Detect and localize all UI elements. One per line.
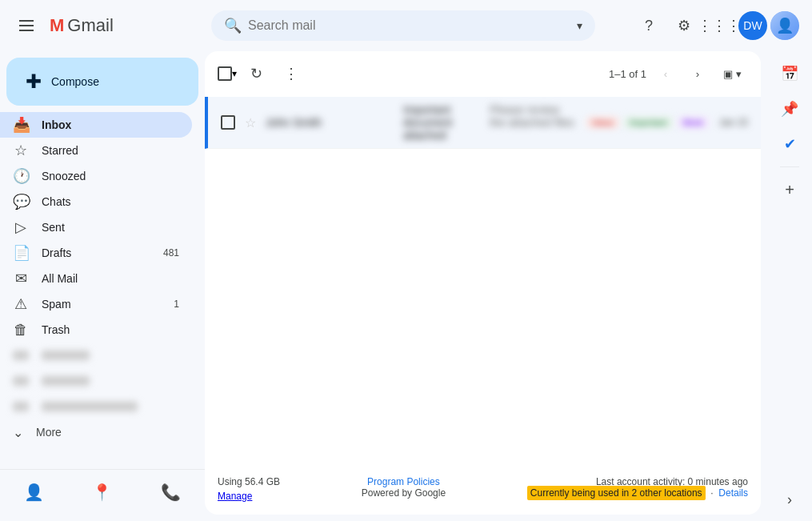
blurred-icon-3 bbox=[13, 402, 29, 411]
add-person-icon[interactable]: 👤 bbox=[18, 476, 50, 508]
email-tags: Inbox Important Work bbox=[586, 116, 710, 129]
view-toggle-arrow: ▾ bbox=[736, 68, 742, 80]
email-time: Jan 15 bbox=[719, 117, 748, 128]
sidebar-item-starred[interactable]: ☆ Starred bbox=[0, 138, 192, 163]
storage-label: Using 56.4 GB bbox=[218, 476, 280, 487]
main-layout: ✚ Compose 📥 Inbox ☆ Starred 🕐 Snoozed 💬 … bbox=[0, 51, 812, 521]
calendar-icon: 📅 bbox=[781, 65, 798, 82]
blurred-label-1 bbox=[42, 351, 90, 360]
snoozed-icon: 🕐 bbox=[13, 167, 29, 185]
right-panel-divider bbox=[780, 166, 799, 167]
sidebar-item-inbox[interactable]: 📥 Inbox bbox=[0, 112, 192, 138]
email-tag-1: Inbox bbox=[586, 116, 620, 129]
manage-link[interactable]: Manage bbox=[218, 491, 252, 502]
compose-label: Compose bbox=[51, 75, 99, 88]
email-star-icon[interactable]: ☆ bbox=[245, 115, 256, 130]
view-toggle[interactable]: ▣ ▾ bbox=[717, 65, 748, 83]
content-footer: Using 56.4 GB Manage Program Policies Po… bbox=[205, 463, 761, 515]
right-panel: 📅 📌 ✔ + › bbox=[767, 51, 812, 521]
search-bar[interactable]: 🔍 ▾ bbox=[211, 10, 595, 41]
email-subject: Important document attached bbox=[403, 103, 483, 142]
phone-icon[interactable]: 📞 bbox=[154, 476, 187, 508]
main-content: ▾ ↻ ⋮ 1–1 of 1 ‹ › ▣ ▾ bbox=[205, 51, 761, 515]
drafts-icon: 📄 bbox=[13, 244, 29, 262]
sent-icon: ▷ bbox=[13, 218, 29, 236]
sidebar-item-snoozed[interactable]: 🕐 Snoozed bbox=[0, 163, 192, 189]
apps-grid-icon: ⋮⋮⋮ bbox=[698, 17, 741, 34]
table-row[interactable]: ☆ John Smith Important document attached… bbox=[205, 97, 761, 149]
spam-icon: ⚠ bbox=[13, 295, 29, 313]
map-pin-icon[interactable]: 📍 bbox=[86, 476, 118, 508]
chats-icon: 💬 bbox=[13, 193, 29, 210]
sidebar-item-sent[interactable]: ▷ Sent bbox=[0, 214, 192, 240]
expand-panel-button[interactable]: › bbox=[781, 485, 798, 515]
sidebar-item-trash[interactable]: 🗑 Trash bbox=[0, 317, 192, 343]
chevron-down-icon: ⌄ bbox=[13, 425, 23, 440]
more-options-button[interactable]: ⋮ bbox=[275, 58, 307, 90]
help-button[interactable]: ? bbox=[633, 10, 665, 42]
sidebar: ✚ Compose 📥 Inbox ☆ Starred 🕐 Snoozed 💬 … bbox=[0, 51, 205, 521]
email-content: Important document attached Please revie… bbox=[403, 103, 576, 142]
sidebar-item-blurred-1 bbox=[0, 343, 192, 368]
email-sender: John Smith bbox=[266, 116, 394, 129]
email-tag-2: Important bbox=[623, 116, 673, 129]
blurred-icon-1 bbox=[13, 351, 29, 360]
page-info: 1–1 of 1 bbox=[609, 68, 646, 80]
policies-link[interactable]: Program Policies bbox=[367, 476, 440, 487]
all-mail-icon: ✉ bbox=[13, 270, 29, 287]
settings-button[interactable]: ⚙ bbox=[668, 10, 700, 42]
calendar-button[interactable]: 📅 bbox=[774, 58, 806, 90]
search-dropdown-icon[interactable]: ▾ bbox=[577, 19, 582, 32]
tasks-button[interactable]: ✔ bbox=[774, 128, 806, 160]
footer-center: Program Policies Powered by Google bbox=[362, 476, 446, 499]
select-all-checkbox-wrap[interactable]: ▾ bbox=[218, 66, 237, 81]
sidebar-item-starred-label: Starred bbox=[42, 144, 179, 157]
more-label: More bbox=[36, 426, 62, 439]
sidebar-item-blurred-2 bbox=[0, 368, 192, 394]
more-options-icon: ⋮ bbox=[284, 65, 298, 82]
account-avatar[interactable]: DW bbox=[738, 11, 767, 40]
gmail-logo: M Gmail bbox=[50, 15, 114, 36]
keep-button[interactable]: 📌 bbox=[774, 93, 806, 125]
apps-button[interactable]: ⋮⋮⋮ bbox=[703, 10, 735, 42]
menu-button[interactable] bbox=[13, 14, 40, 38]
warning-label: Currently being used in 2 other location… bbox=[527, 486, 706, 500]
footer-storage: Using 56.4 GB Manage bbox=[218, 476, 280, 502]
sidebar-item-blurred-3 bbox=[0, 394, 192, 419]
refresh-button[interactable]: ↻ bbox=[240, 58, 272, 90]
sidebar-item-spam[interactable]: ⚠ Spam 1 bbox=[0, 291, 192, 317]
sidebar-item-inbox-label: Inbox bbox=[42, 118, 166, 131]
account-photo[interactable]: 👤 bbox=[770, 11, 799, 40]
add-apps-button[interactable]: + bbox=[774, 174, 806, 206]
powered-label: Powered by Google bbox=[362, 487, 446, 499]
select-all-dropdown[interactable]: ▾ bbox=[232, 68, 237, 79]
footer-right: Last account activity: 0 minutes ago Cur… bbox=[527, 476, 748, 499]
toolbar-right: 1–1 of 1 ‹ › ▣ ▾ bbox=[609, 61, 748, 86]
search-input[interactable] bbox=[248, 18, 570, 33]
prev-page-button[interactable]: ‹ bbox=[653, 61, 678, 86]
select-all-checkbox[interactable] bbox=[218, 66, 232, 81]
email-checkbox[interactable] bbox=[221, 115, 235, 130]
search-icon: 🔍 bbox=[224, 17, 242, 34]
tasks-icon: ✔ bbox=[784, 135, 796, 153]
toolbar-left: ▾ ↻ ⋮ bbox=[218, 58, 307, 90]
email-list: ☆ John Smith Important document attached… bbox=[205, 97, 761, 463]
starred-icon: ☆ bbox=[13, 142, 29, 159]
sidebar-bottom: 👤 📍 📞 bbox=[0, 469, 205, 515]
sidebar-item-chats[interactable]: 💬 Chats bbox=[0, 189, 192, 214]
sidebar-item-drafts[interactable]: 📄 Drafts 481 bbox=[0, 240, 192, 266]
details-link[interactable]: Details bbox=[718, 487, 748, 499]
email-toolbar: ▾ ↻ ⋮ 1–1 of 1 ‹ › ▣ ▾ bbox=[205, 51, 761, 97]
sidebar-item-sent-label: Sent bbox=[42, 221, 179, 234]
sidebar-item-chats-label: Chats bbox=[42, 195, 179, 208]
sidebar-item-all-mail[interactable]: ✉ All Mail bbox=[0, 266, 192, 291]
blurred-label-3 bbox=[42, 402, 138, 411]
more-button[interactable]: ⌄ More bbox=[0, 419, 192, 445]
compose-button[interactable]: ✚ Compose bbox=[6, 58, 198, 106]
next-page-button[interactable]: › bbox=[685, 61, 710, 86]
trash-icon: 🗑 bbox=[13, 322, 29, 339]
account-photo-inner: 👤 bbox=[770, 11, 799, 40]
blurred-icon-2 bbox=[13, 376, 29, 386]
settings-icon: ⚙ bbox=[678, 17, 690, 34]
sidebar-item-drafts-count: 481 bbox=[163, 247, 179, 258]
